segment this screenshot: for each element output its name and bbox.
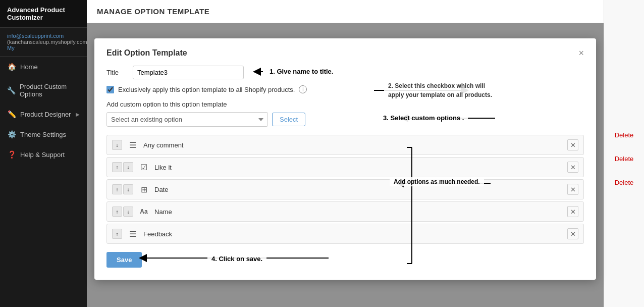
annotation3-svg [374,107,525,132]
select-row: Select an existing option Select 3. Sele… [106,112,584,127]
exclusively-apply-checkbox[interactable] [106,86,114,93]
options-list: ↓ ☰ Any comment ✕ ↑ ↓ ☑ Like it [106,135,584,244]
option1-remove-button[interactable]: ✕ [567,139,578,150]
pencil-icon: ✏️ [7,110,16,118]
sidebar-item-label: Product Designer [20,111,71,118]
title-input[interactable] [133,66,244,79]
app-title: Advanced Product Customizer [0,0,87,28]
delete-button-2[interactable]: Delete [615,155,634,163]
option2-arrows: ↑ ↓ [112,162,133,172]
sidebar-item-help-support[interactable]: ❓ Help & Support [0,144,87,165]
sidebar-item-label: Home [20,63,38,71]
annotation2-text: 2. Select this checkbox which willapply … [384,80,496,100]
option1-down-arrow[interactable]: ↓ [112,140,122,150]
title-row: Title 1. Give name to title. [106,66,584,79]
annotation1-svg [253,62,445,82]
wrench-icon: 🔧 [7,86,16,94]
modal-body: Title 1. Give name to title. Exclusively… [106,66,584,268]
sidebar-navigation: 🏠 Home 🔧 Product Custom Options ✏️ Produ… [0,57,87,307]
sidebar-item-label: Theme Settings [20,131,66,138]
option-item-any-comment: ↓ ☰ Any comment ✕ [106,135,584,155]
gear-icon: ⚙️ [7,130,16,138]
option3-up-arrow[interactable]: ↑ [112,184,122,194]
option3-arrows: ↑ ↓ [112,184,133,194]
main-body: Edit Option Template × Title 1. Give nam… [87,23,604,307]
home-icon: 🏠 [7,63,16,71]
checkbox-row: Exclusively apply this option template t… [106,85,584,93]
my-link[interactable]: My [7,45,80,51]
annotation3-text: 3. Select custom options . [379,113,468,123]
option2-up-arrow[interactable]: ↑ [112,162,122,172]
delete-button-1[interactable]: Delete [615,131,634,139]
option3-remove-button[interactable]: ✕ [567,184,578,195]
edit-option-template-modal: Edit Option Template × Title 1. Give nam… [94,38,596,280]
sidebar-item-product-custom-options[interactable]: 🔧 Product Custom Options [0,77,87,104]
chevron-right-icon: ▶ [76,112,80,117]
option4-remove-button[interactable]: ✕ [567,206,578,217]
sidebar-item-theme-settings[interactable]: ⚙️ Theme Settings [0,124,87,144]
option3-icon: ⊞ [138,185,149,194]
option-item-feedback: ↑ ☰ Feedback ✕ [106,224,584,244]
page-title: MANAGE OPTION TEMPLATE [87,0,604,23]
main-area: MANAGE OPTION TEMPLATE Edit Option Templ… [87,0,604,307]
option2-remove-button[interactable]: ✕ [567,162,578,173]
user-email[interactable]: info@scaleupprint.com [7,33,80,39]
annotation5-text: 4. Click on save. [207,254,266,264]
info-icon[interactable]: i [299,85,307,93]
option-item-date: ↑ ↓ ⊞ Date ✕ Add options as much needed. [106,179,584,199]
modal-header: Edit Option Template × [106,48,584,58]
annotation4-text: Add options as much needed. [390,177,484,186]
sidebar-item-product-designer[interactable]: ✏️ Product Designer ▶ [0,104,87,124]
annotation1-text: 1. Give name to title. [265,67,337,76]
option1-icon: ☰ [127,140,138,150]
existing-option-select[interactable]: Select an existing option [106,112,268,127]
option3-down-arrow[interactable]: ↓ [123,184,133,194]
option3-name: Date [154,186,562,193]
option5-icon: ☰ [127,229,138,239]
sidebar-item-home[interactable]: 🏠 Home [0,57,87,77]
option5-up-arrow[interactable]: ↑ [112,229,122,239]
option4-arrows: ↑ ↓ [112,207,133,217]
sidebar-item-label: Help & Support [20,151,65,159]
select-button[interactable]: Select [272,113,305,126]
add-option-label: Add custom option to this option templat… [106,100,584,108]
option2-name: Like it [154,164,562,171]
option5-remove-button[interactable]: ✕ [567,228,578,239]
option-item-like-it: ↑ ↓ ☑ Like it ✕ [106,157,584,177]
option-item-name: ↑ ↓ Aa Name ✕ [106,201,584,222]
title-label: Title [106,69,127,76]
annotation5-arrow-svg [137,248,349,268]
option4-up-arrow[interactable]: ↑ [112,207,122,217]
checkbox-label: Exclusively apply this option template t… [118,86,295,93]
option5-name: Feedback [143,230,562,238]
user-info: info@scaleupprint.com (kanchanscaleup.my… [0,28,87,57]
option1-name: Any comment [143,141,562,149]
right-panel: Delete Delete Delete [604,0,644,307]
user-shop: (kanchanscaleup.myshopify.com [7,39,87,45]
question-icon: ❓ [7,150,16,159]
modal-close-button[interactable]: × [578,48,584,58]
option5-arrows: ↑ [112,229,122,239]
option2-icon: ☑ [138,163,149,172]
sidebar: Advanced Product Customizer info@scaleup… [0,0,87,307]
save-button[interactable]: Save [106,252,142,268]
delete-button-3[interactable]: Delete [615,179,634,186]
option4-down-arrow[interactable]: ↓ [123,207,133,217]
option1-arrows: ↓ [112,140,122,150]
option4-name: Name [154,208,562,216]
save-row: Save 4. Click on save. [106,252,584,268]
option2-down-arrow[interactable]: ↓ [123,162,133,172]
modal-title: Edit Option Template [106,48,187,58]
option4-icon: Aa [138,208,149,215]
sidebar-item-label: Product Custom Options [20,83,80,98]
